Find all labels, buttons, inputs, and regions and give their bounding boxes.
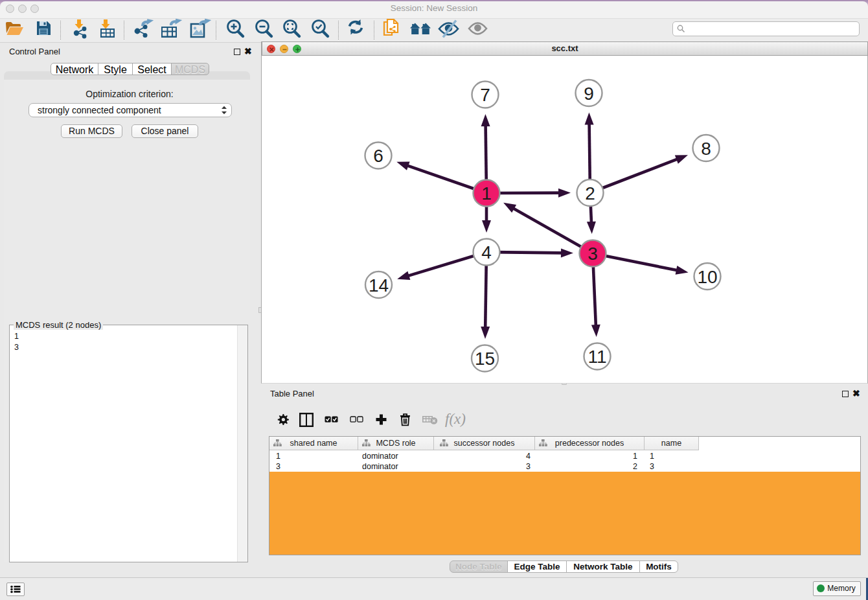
svg-text:8: 8 xyxy=(701,139,711,159)
svg-text:3: 3 xyxy=(588,244,598,264)
svg-text:2: 2 xyxy=(585,183,595,203)
svg-text:11: 11 xyxy=(588,347,606,367)
svg-text:14: 14 xyxy=(369,275,389,295)
svg-text:7: 7 xyxy=(480,85,490,105)
svg-text:9: 9 xyxy=(584,84,594,104)
svg-text:4: 4 xyxy=(481,242,492,262)
svg-text:15: 15 xyxy=(475,349,495,369)
svg-text:10: 10 xyxy=(697,267,717,287)
svg-text:6: 6 xyxy=(373,146,383,166)
svg-text:1: 1 xyxy=(481,183,492,203)
